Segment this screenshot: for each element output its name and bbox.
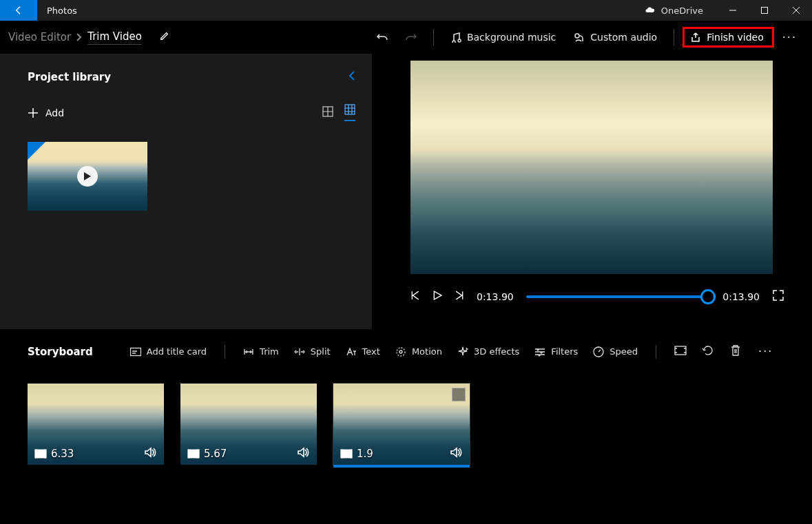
onedrive-label: OneDrive <box>661 6 703 16</box>
filters-button[interactable]: Filters <box>529 344 583 360</box>
play-overlay <box>77 166 98 187</box>
back-button[interactable] <box>0 0 37 21</box>
rotate-button[interactable] <box>696 342 720 361</box>
volume-icon[interactable] <box>298 447 310 461</box>
split-button[interactable]: Split <box>289 344 336 360</box>
titlebar: Photos OneDrive <box>0 0 812 21</box>
video-icon <box>340 448 353 459</box>
svg-rect-4 <box>130 348 140 355</box>
video-icon <box>187 448 200 459</box>
view-grid-button[interactable] <box>344 104 355 121</box>
add-media-button[interactable]: Add <box>28 107 64 118</box>
svg-rect-0 <box>762 8 768 14</box>
next-frame-button[interactable] <box>455 291 464 302</box>
audio-icon <box>574 32 585 43</box>
main-area: Project library Add <box>0 54 812 329</box>
undo-button[interactable] <box>368 28 396 47</box>
plus-icon <box>28 107 39 118</box>
volume-icon[interactable] <box>145 447 157 461</box>
rename-button[interactable] <box>147 31 169 43</box>
play-button[interactable] <box>433 291 442 302</box>
storyboard-toolbar: Storyboard Add title card Trim Split Tex… <box>28 342 784 361</box>
filters-icon <box>534 346 545 357</box>
volume-icon[interactable] <box>450 447 463 461</box>
seek-knob[interactable] <box>700 289 716 304</box>
storyboard-clip[interactable]: 5.67 <box>180 384 317 465</box>
delete-button[interactable] <box>724 342 747 361</box>
library-clip[interactable] <box>28 142 147 211</box>
storyboard-clip[interactable]: 1.9 <box>333 384 470 465</box>
onedrive-status[interactable]: OneDrive <box>631 0 717 21</box>
svg-rect-14 <box>197 450 199 458</box>
maximize-button[interactable] <box>749 0 780 21</box>
fullscreen-button[interactable] <box>772 289 784 304</box>
current-time: 0:13.90 <box>477 291 514 302</box>
text-button[interactable]: Text <box>340 344 386 360</box>
breadcrumb: Video Editor Trim Video <box>8 30 169 45</box>
breadcrumb-current[interactable]: Trim Video <box>87 30 142 45</box>
music-icon <box>450 32 461 43</box>
prev-frame-button[interactable] <box>410 291 420 302</box>
svg-point-6 <box>397 348 405 356</box>
resize-button[interactable] <box>669 342 692 361</box>
background-music-button[interactable]: Background music <box>442 28 564 47</box>
custom-audio-button[interactable]: Custom audio <box>565 28 665 47</box>
trim-icon <box>243 346 254 357</box>
svg-point-5 <box>399 350 402 353</box>
svg-rect-17 <box>350 450 352 458</box>
clip-duration: 5.67 <box>204 448 227 460</box>
breadcrumb-root[interactable]: Video Editor <box>8 31 71 43</box>
video-icon <box>34 448 47 459</box>
redo-button[interactable] <box>397 28 425 47</box>
seek-bar[interactable] <box>526 295 711 298</box>
trim-button[interactable]: Trim <box>238 344 284 360</box>
finish-video-label: Finish video <box>707 32 764 43</box>
clip-strip: 6.33 5.67 <box>28 384 784 465</box>
svg-rect-3 <box>345 105 355 114</box>
close-button[interactable] <box>780 0 812 21</box>
more-options-button[interactable]: ··· <box>775 31 806 44</box>
add-title-card-button[interactable]: Add title card <box>125 344 212 360</box>
svg-rect-11 <box>44 450 46 458</box>
library-title: Project library <box>28 71 111 83</box>
bg-music-label: Background music <box>467 32 556 43</box>
svg-rect-13 <box>188 450 190 458</box>
finish-video-button[interactable]: Finish video <box>683 27 774 48</box>
3d-effects-button[interactable]: 3D effects <box>452 344 525 360</box>
svg-point-1 <box>575 34 579 38</box>
storyboard-title: Storyboard <box>28 346 93 358</box>
sparkle-icon <box>457 346 468 357</box>
title-card-icon <box>130 346 141 357</box>
export-icon <box>690 32 701 43</box>
svg-rect-10 <box>35 450 37 458</box>
motion-icon <box>395 346 406 357</box>
motion-button[interactable]: Motion <box>390 344 448 360</box>
main-toolbar: Video Editor Trim Video Background music… <box>0 21 812 54</box>
clip-duration: 6.33 <box>51 448 74 460</box>
svg-rect-8 <box>675 346 686 355</box>
split-icon <box>294 346 305 357</box>
project-library-panel: Project library Add <box>0 54 372 329</box>
speed-button[interactable]: Speed <box>587 344 643 360</box>
view-large-button[interactable] <box>322 106 333 119</box>
preview-panel: 0:13.90 0:13.90 <box>372 54 812 329</box>
speed-icon <box>593 346 604 357</box>
storyboard-clip[interactable]: 6.33 <box>28 384 164 465</box>
cloud-icon <box>645 6 656 16</box>
chevron-right-icon <box>76 33 82 41</box>
storyboard-panel: Storyboard Add title card Trim Split Tex… <box>0 329 812 465</box>
selection-checkbox[interactable] <box>452 388 466 401</box>
collapse-library-button[interactable] <box>348 70 355 83</box>
clip-duration: 1.9 <box>357 448 373 460</box>
preview-player[interactable] <box>410 61 773 274</box>
preview-frame <box>410 61 773 274</box>
used-marker-icon <box>28 142 45 160</box>
app-title: Photos <box>37 0 87 21</box>
total-time: 0:13.90 <box>722 291 760 302</box>
add-label: Add <box>45 107 64 118</box>
custom-audio-label: Custom audio <box>590 32 657 43</box>
svg-rect-16 <box>341 450 343 458</box>
text-icon <box>346 346 357 357</box>
storyboard-more-button[interactable]: ··· <box>751 345 782 358</box>
minimize-button[interactable] <box>717 0 749 21</box>
